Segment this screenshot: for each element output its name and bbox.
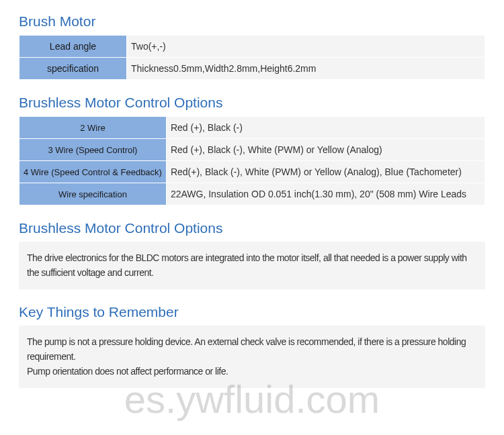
table-row: 4 Wire (Speed Control & Feedback) Red(+)… — [19, 161, 485, 183]
bm-label-0: Lead angle — [19, 36, 127, 58]
brushless-text-title: Brushless Motor Control Options — [19, 220, 485, 236]
brushless-table-title: Brushless Motor Control Options — [19, 95, 485, 111]
blmc-value-0: Red (+), Black (-) — [166, 117, 485, 139]
key-things-box: The pump is not a pressure holding devic… — [19, 326, 485, 388]
table-row: Wire specification 22AWG, Insulation OD … — [19, 183, 485, 205]
table-row: Lead angle Two(+,-) — [19, 36, 485, 58]
bm-label-1: specification — [19, 58, 127, 80]
blmc-value-1: Red (+), Black (-), White (PWM) or Yello… — [166, 139, 485, 161]
blmc-label-3: Wire specification — [19, 183, 167, 205]
key-things-title: Key Things to Remember — [19, 304, 485, 320]
blmc-label-1: 3 Wire (Speed Control) — [19, 139, 167, 161]
blmc-value-3: 22AWG, Insulation OD 0.051 inch(1.30 mm)… — [166, 183, 485, 205]
blmc-value-2: Red(+), Black (-), White (PWM) or Yellow… — [166, 161, 485, 183]
page-content: Brush Motor Lead angle Two(+,-) specific… — [0, 0, 504, 401]
bm-value-1: Thickness0.5mm,Width2.8mm,Height6.2mm — [127, 58, 485, 80]
table-row: specification Thickness0.5mm,Width2.8mm,… — [19, 58, 485, 80]
bm-value-0: Two(+,-) — [127, 36, 485, 58]
key-things-line2: Pump orientation does not affect perform… — [27, 365, 477, 379]
brushless-text-box: The drive electronics for the BLDC motor… — [19, 242, 485, 289]
blmc-label-2: 4 Wire (Speed Control & Feedback) — [19, 161, 167, 183]
brushless-options-table: 2 Wire Red (+), Black (-) 3 Wire (Speed … — [19, 116, 485, 205]
brush-motor-title: Brush Motor — [19, 13, 485, 30]
brush-motor-table: Lead angle Two(+,-) specification Thickn… — [19, 35, 485, 80]
table-row: 2 Wire Red (+), Black (-) — [19, 117, 485, 139]
key-things-line1: The pump is not a pressure holding devic… — [27, 335, 477, 364]
blmc-label-0: 2 Wire — [19, 117, 167, 139]
table-row: 3 Wire (Speed Control) Red (+), Black (-… — [19, 139, 485, 161]
